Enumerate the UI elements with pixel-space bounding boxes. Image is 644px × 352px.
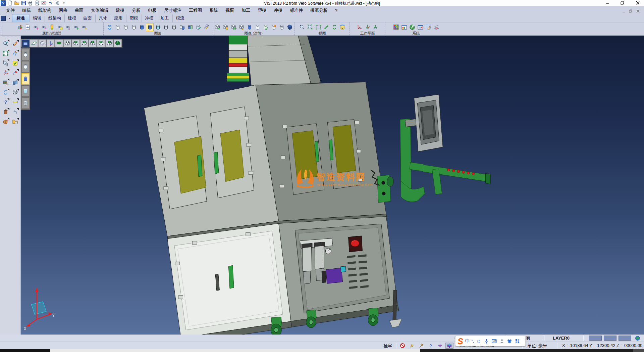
3d-viewport[interactable]: X Y 智造资料网 INTELLIGENT MANUFACTURING DATA <box>21 36 644 335</box>
menu-item-17[interactable]: 模流分析 <box>307 6 331 14</box>
spline-pencil-icon[interactable] <box>11 69 19 77</box>
view-iso-outline-button[interactable] <box>63 39 71 47</box>
system-settings-icon[interactable] <box>408 23 416 31</box>
menu-item-0[interactable]: 文件 <box>3 6 18 14</box>
tab-标准[interactable]: 标准 <box>12 14 29 22</box>
mode-shaded-button[interactable] <box>21 73 30 85</box>
view-axis-button[interactable] <box>47 39 55 47</box>
scene-toggle-icon[interactable]: ± <box>237 23 245 31</box>
sidebar-grip[interactable] <box>2 37 18 39</box>
workplane-set-icon[interactable] <box>364 23 371 31</box>
menu-item-18[interactable]: ? <box>332 7 341 14</box>
ucs-icon[interactable] <box>445 343 453 349</box>
tab-曲面[interactable]: 曲面 <box>80 14 95 22</box>
view-top-button[interactable] <box>55 39 63 47</box>
mdi-restore-button[interactable] <box>628 9 633 13</box>
menu-item-3[interactable]: 网格 <box>55 6 71 14</box>
scene-refresh-icon[interactable] <box>229 23 237 31</box>
hide-remove-icon[interactable] <box>40 23 48 31</box>
show-all-icon[interactable] <box>72 23 80 31</box>
mode-translucent-button[interactable] <box>21 85 30 97</box>
menu-item-16[interactable]: 标准件 <box>286 6 306 14</box>
ime-emoji-icon[interactable]: ☺ <box>476 338 482 344</box>
snap-icon[interactable] <box>436 343 444 349</box>
measure-icon[interactable] <box>11 98 19 106</box>
confirm-check-icon[interactable] <box>11 59 19 67</box>
regen-solid-icon[interactable] <box>106 23 113 31</box>
mode-wireframe-button[interactable] <box>21 49 30 60</box>
keyboard-icon[interactable] <box>491 338 497 344</box>
view-back-button[interactable] <box>80 39 88 47</box>
shaded-display-icon[interactable] <box>138 23 146 31</box>
zoom-solid-icon[interactable]: ± <box>2 59 10 67</box>
status-swatch-2[interactable] <box>604 336 616 341</box>
menu-item-2[interactable]: 线架构 <box>35 6 55 14</box>
tab-尺寸[interactable]: 尺寸 <box>95 14 111 22</box>
delete-icon[interactable] <box>2 108 10 116</box>
menu-item-10[interactable]: 工程图 <box>185 6 205 14</box>
render-wire-icon[interactable] <box>278 23 285 31</box>
scene-add-icon[interactable] <box>213 23 221 31</box>
palette-window-icon[interactable] <box>400 23 408 31</box>
tab-建模[interactable]: 建模 <box>64 14 80 22</box>
dynamic-section-icon[interactable] <box>194 23 202 31</box>
pan-icon[interactable] <box>322 23 330 31</box>
solid-cube-icon[interactable] <box>11 88 19 96</box>
view-left-button[interactable] <box>89 39 97 47</box>
color-table-icon[interactable] <box>392 23 400 31</box>
filter-traffic-icon[interactable] <box>48 23 56 31</box>
zoom-extents-icon[interactable] <box>314 23 322 31</box>
view-shade-button[interactable] <box>38 39 46 47</box>
menu-item-12[interactable]: 视窗 <box>222 6 237 14</box>
curve-pencil-icon[interactable] <box>11 49 19 57</box>
close-button[interactable] <box>633 0 643 6</box>
toolbox-grid-icon[interactable] <box>514 338 520 344</box>
tab-冲模[interactable]: 冲模 <box>142 14 157 22</box>
tab-编辑[interactable]: 编辑 <box>29 14 45 22</box>
compare-display-icon[interactable] <box>178 23 186 31</box>
show-add-icon[interactable] <box>32 23 40 31</box>
attribute-paint-icon[interactable] <box>16 23 23 31</box>
ime-language-toggle[interactable]: 中 <box>465 338 470 344</box>
view-se-iso-button[interactable] <box>105 39 113 47</box>
view-front-button[interactable] <box>72 39 80 47</box>
toolbar-grip-icon[interactable] <box>1 16 6 21</box>
menu-item-11[interactable]: 系统 <box>206 6 221 14</box>
render-check-icon[interactable] <box>262 23 269 31</box>
context-help-icon[interactable]: ? <box>427 343 435 349</box>
view-right-button[interactable] <box>97 39 105 47</box>
hide-all-icon[interactable] <box>80 23 88 31</box>
render-smiley-icon[interactable] <box>338 23 346 31</box>
filter-page-icon[interactable] <box>24 23 32 31</box>
select-search-icon[interactable] <box>2 40 10 47</box>
mdi-close-button[interactable] <box>635 9 641 13</box>
ime-punctuation-toggle[interactable]: °, <box>472 339 474 343</box>
tab-塑模[interactable]: 塑模 <box>126 14 142 22</box>
view-refresh-icon[interactable] <box>330 23 338 31</box>
grid-window-icon[interactable] <box>11 79 19 86</box>
active-layer-label[interactable]: LAYER0 <box>553 336 570 341</box>
tab-加工[interactable]: 加工 <box>157 14 172 22</box>
shaded-edges-icon[interactable] <box>146 23 154 31</box>
move-axis-icon[interactable] <box>2 69 10 77</box>
display-settings-icon[interactable] <box>202 23 210 31</box>
translucent-display-icon[interactable] <box>154 23 162 31</box>
zoom-inout-icon[interactable]: ± <box>298 23 306 31</box>
menu-item-13[interactable]: 加工 <box>238 6 254 14</box>
menu-item-15[interactable]: 冲模 <box>270 6 286 14</box>
regenerate-icon[interactable] <box>2 88 10 96</box>
layer-manager-icon[interactable] <box>416 23 424 31</box>
copy-display-icon[interactable] <box>186 23 194 31</box>
undo-icon[interactable] <box>11 108 19 116</box>
mode-hatch-button[interactable] <box>21 97 30 109</box>
lock-label[interactable]: 拴牢 <box>383 343 392 349</box>
menu-item-14[interactable]: 塑模 <box>254 6 270 14</box>
menu-item-6[interactable]: 建模 <box>112 6 128 14</box>
view-plane-button[interactable] <box>30 39 38 47</box>
menu-item-4[interactable]: 曲面 <box>71 6 87 14</box>
view-iso-green-button[interactable] <box>114 39 122 47</box>
render-shaded-icon[interactable] <box>246 23 253 31</box>
menu-item-9[interactable]: 尺寸标注 <box>161 6 185 14</box>
menu-item-5[interactable]: 实体编辑 <box>88 6 112 14</box>
grid-settings-icon[interactable] <box>432 23 440 31</box>
